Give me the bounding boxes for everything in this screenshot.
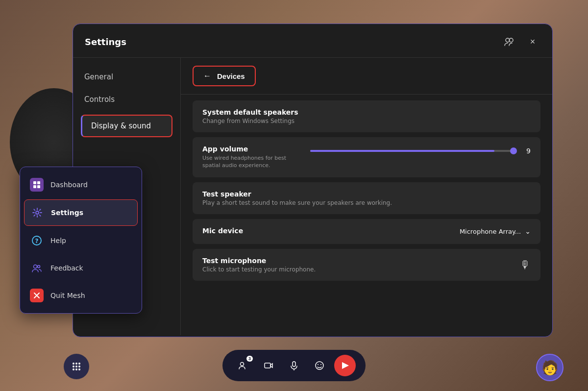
microphone-icon <box>289 361 299 370</box>
settings-body: General Controls Display & sound ← Devic… <box>73 58 552 335</box>
volume-sublabel: Use wired headphones for best spatial au… <box>202 154 291 170</box>
feedback-icon <box>30 261 44 275</box>
test-speaker-info: Test speaker Play a short test sound to … <box>202 190 531 206</box>
gear-icon <box>32 208 42 218</box>
settings-header: Settings × <box>73 24 552 58</box>
nav-label-controls: Controls <box>84 95 115 104</box>
mic-test-icon[interactable]: 🎙 <box>520 259 531 271</box>
svg-point-16 <box>78 366 80 367</box>
volume-slider-track[interactable] <box>310 150 515 152</box>
close-button[interactable]: × <box>525 34 540 49</box>
svg-point-19 <box>78 368 80 370</box>
volume-slider-fill <box>310 150 494 152</box>
question-icon: ? <box>31 235 42 246</box>
svg-rect-2 <box>33 181 36 184</box>
svg-point-10 <box>38 266 40 268</box>
dashboard-icon <box>30 178 44 192</box>
volume-slider-thumb <box>510 147 517 154</box>
svg-point-11 <box>73 363 74 365</box>
svg-point-17 <box>73 368 74 370</box>
nav-item-display-sound[interactable]: Display & sound <box>81 115 172 137</box>
avatar-icon: 🧑 <box>541 360 559 376</box>
speakers-label: System default speakers <box>202 108 531 116</box>
svg-rect-22 <box>293 362 295 367</box>
emoji-button[interactable] <box>309 355 330 376</box>
test-mic-info: Test microphone Click to start testing y… <box>202 257 520 273</box>
context-menu: Dashboard Settings ? Help <box>20 167 142 314</box>
mic-dropdown[interactable]: Microphone Array... ⌄ <box>460 227 531 235</box>
test-speaker-label: Test speaker <box>202 190 531 198</box>
menu-item-settings[interactable]: Settings <box>24 199 138 226</box>
camera-button[interactable] <box>258 355 279 376</box>
svg-point-26 <box>320 364 321 365</box>
devices-section: System default speakers Change from Wind… <box>181 95 552 292</box>
mic-device-info: Mic device <box>202 227 460 236</box>
dashboard-grid-icon <box>33 181 41 189</box>
svg-rect-21 <box>265 363 270 368</box>
share-button[interactable] <box>334 355 356 376</box>
settings-content: ← Devices System default speakers Change… <box>181 58 552 335</box>
test-mic-row[interactable]: Test microphone Click to start testing y… <box>193 249 540 281</box>
volume-label: App volume <box>202 145 291 153</box>
participants-button[interactable]: 3 <box>232 355 254 376</box>
x-icon <box>33 292 40 299</box>
app-volume-row: App volume Use wired headphones for best… <box>193 137 540 177</box>
emoji-icon <box>315 361 324 370</box>
svg-point-14 <box>73 366 74 367</box>
svg-point-18 <box>75 368 77 370</box>
settings-gear-icon <box>30 206 44 220</box>
profile-switch-button[interactable] <box>501 34 517 49</box>
back-arrow-icon: ← <box>203 72 211 80</box>
settings-title: Settings <box>85 37 126 47</box>
svg-point-25 <box>318 364 318 365</box>
participants-badge: 3 <box>246 356 253 362</box>
svg-point-15 <box>75 366 77 367</box>
mic-device-row[interactable]: Mic device Microphone Array... ⌄ <box>193 219 540 244</box>
svg-point-9 <box>34 265 37 269</box>
nav-label-general: General <box>84 73 113 81</box>
menu-label-feedback: Feedback <box>50 264 83 272</box>
settings-modal: Settings × General Controls <box>73 24 553 337</box>
nav-label-display-sound: Display & sound <box>91 122 151 130</box>
svg-rect-4 <box>33 185 36 188</box>
devices-back-button[interactable]: ← Devices <box>193 66 256 86</box>
menu-label-quit: Quit Mesh <box>50 292 85 299</box>
help-icon: ? <box>30 234 44 247</box>
mic-device-label: Mic device <box>202 227 460 235</box>
share-icon <box>340 361 350 370</box>
test-mic-sublabel: Click to start testing your microphone. <box>202 266 520 273</box>
test-mic-label: Test microphone <box>202 257 520 265</box>
speakers-info: System default speakers Change from Wind… <box>202 108 531 124</box>
svg-point-6 <box>36 211 39 214</box>
menu-label-settings: Settings <box>51 209 83 217</box>
menu-item-help[interactable]: ? Help <box>20 227 142 254</box>
devices-header: ← Devices <box>181 58 552 95</box>
svg-point-24 <box>316 362 323 369</box>
bottom-taskbar: 3 <box>222 350 366 381</box>
nav-item-controls[interactable]: Controls <box>73 88 180 111</box>
avatar-button[interactable]: 🧑 <box>536 354 564 381</box>
nav-item-general[interactable]: General <box>73 66 180 88</box>
devices-label: Devices <box>217 72 245 80</box>
svg-point-20 <box>241 363 244 366</box>
microphone-button[interactable] <box>283 355 305 376</box>
chevron-down-icon: ⌄ <box>525 227 531 235</box>
test-speaker-row[interactable]: Test speaker Play a short test sound to … <box>193 182 540 214</box>
svg-rect-3 <box>37 181 40 184</box>
svg-text:?: ? <box>35 238 39 244</box>
menu-item-dashboard[interactable]: Dashboard <box>20 171 142 198</box>
menu-item-feedback[interactable]: Feedback <box>20 254 142 282</box>
menu-label-help: Help <box>50 237 66 244</box>
close-icon: × <box>530 37 536 47</box>
speakers-row: System default speakers Change from Wind… <box>193 100 540 132</box>
volume-value: 9 <box>521 147 531 155</box>
mic-dropdown-value: Microphone Array... <box>460 228 521 235</box>
camera-icon <box>264 361 273 370</box>
svg-marker-27 <box>342 362 349 369</box>
test-speaker-sublabel: Play a short test sound to make sure you… <box>202 199 531 206</box>
menu-item-quit[interactable]: Quit Mesh <box>20 282 142 309</box>
svg-point-13 <box>78 363 80 365</box>
volume-slider-section: 9 <box>291 145 531 155</box>
participants-icon <box>238 361 248 370</box>
grid-menu-button[interactable] <box>64 354 89 379</box>
